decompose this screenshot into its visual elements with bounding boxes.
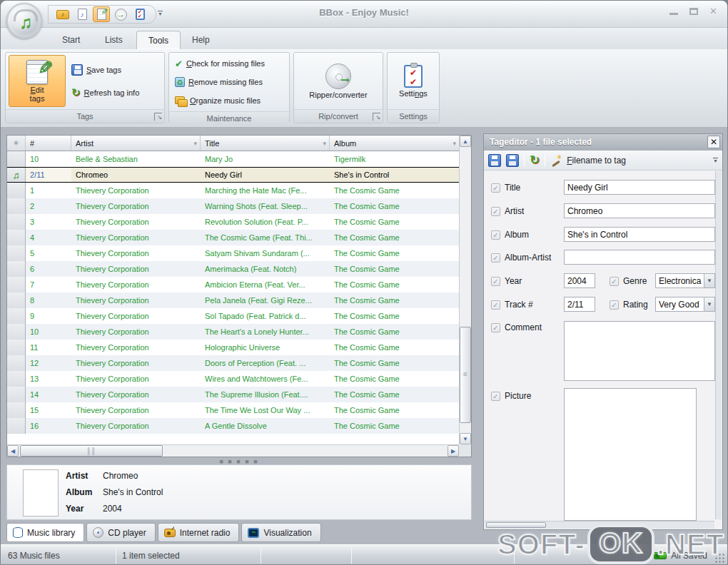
track-checkbox[interactable]: ✓ — [491, 300, 500, 310]
app-menu-button[interactable]: ♫ — [6, 3, 42, 39]
rating-dropdown[interactable]: Very Good▼ — [655, 297, 715, 312]
table-row[interactable]: 9 Thievery Corporation Sol Tapado (Feat.… — [7, 308, 459, 324]
table-row[interactable]: 6 Thievery Corporation Amerimacka (Feat.… — [7, 261, 459, 277]
horizontal-scrollbar[interactable]: ◀ ▶ — [7, 444, 459, 457]
minimize-button[interactable] — [669, 8, 678, 15]
track-input[interactable] — [564, 297, 595, 312]
album-artist-input[interactable] — [564, 250, 715, 265]
scroll-right-icon[interactable]: ▶ — [448, 445, 459, 457]
save-tags-button[interactable]: Save tags — [69, 61, 142, 78]
picture-box[interactable] — [564, 388, 697, 521]
save-all-tags-icon[interactable] — [506, 154, 519, 167]
table-row[interactable]: ♫ 2/11 Chromeo Needy Girl She's in Contr… — [7, 167, 459, 183]
scroll-left-icon[interactable]: ◀ — [7, 445, 19, 457]
add-music-file-button[interactable]: ♪ — [74, 6, 91, 22]
rating-checkbox[interactable]: ✓ — [610, 300, 619, 310]
save-tag-icon[interactable] — [488, 154, 501, 167]
tab-tools[interactable]: Tools — [136, 31, 181, 49]
table-row[interactable]: 8 Thievery Corporation Pela Janela (Feat… — [7, 292, 459, 308]
table-row[interactable]: 10 Belle & Sebastian Mary Jo Tigermilk — [7, 151, 459, 167]
genre-checkbox[interactable]: ✓ — [610, 277, 619, 286]
year-value: 2004 — [103, 504, 122, 514]
scrollbar-thumb[interactable] — [460, 327, 471, 422]
scrollbar-thumb[interactable] — [20, 445, 163, 457]
settings-button[interactable]: ✔✔ Settings — [395, 55, 432, 107]
tab-cd-player[interactable]: CD player — [86, 523, 155, 542]
toolbar-overflow-icon[interactable]: ▼ — [713, 158, 718, 163]
chevron-down-icon[interactable]: ▼ — [704, 297, 714, 311]
table-row[interactable]: 7 Thievery Corporation Ambicion Eterna (… — [7, 277, 459, 292]
column-header-title[interactable]: Title▾ — [201, 136, 330, 151]
dialog-launcher-icon[interactable]: ↘ — [373, 113, 380, 121]
wand-icon[interactable] — [550, 155, 562, 166]
scroll-down-icon[interactable]: ▼ — [460, 433, 471, 444]
artist-input[interactable] — [564, 203, 715, 218]
panel-close-button[interactable]: ✕ — [707, 136, 720, 148]
status-file-count: 63 Music files — [8, 551, 60, 561]
music-note-icon — [7, 198, 26, 214]
artist-checkbox[interactable]: ✓ — [491, 207, 500, 216]
genre-dropdown[interactable]: Electronica▼ — [655, 273, 715, 288]
table-row[interactable]: 14 Thievery Corporation The Supreme Illu… — [7, 387, 459, 402]
table-row[interactable]: 2 Thievery Corporation Warning Shots (Fe… — [7, 198, 459, 214]
export-arrow-icon: → — [115, 9, 127, 21]
picture-checkbox[interactable]: ✓ — [491, 392, 500, 401]
table-row[interactable]: 13 Thievery Corporation Wires and Watcht… — [7, 371, 459, 387]
table-row[interactable]: 10 Thievery Corporation The Heart's a Lo… — [7, 324, 459, 340]
column-dropdown-icon[interactable]: ▾ — [323, 140, 326, 147]
table-row[interactable]: 12 Thievery Corporation Doors of Percept… — [7, 355, 459, 371]
column-header-artist[interactable]: Artist▾ — [71, 136, 201, 151]
column-dropdown-icon[interactable]: ▾ — [453, 140, 456, 147]
table-row[interactable]: 4 Thievery Corporation The Cosmic Game (… — [7, 230, 459, 245]
album-input[interactable] — [564, 227, 715, 242]
qat-customize-dropdown[interactable]: ▼ — [158, 11, 163, 16]
dialog-launcher-icon[interactable]: ↘ — [154, 113, 162, 121]
tab-lists[interactable]: Lists — [93, 31, 134, 49]
chevron-down-icon[interactable]: ▼ — [704, 274, 714, 287]
table-row[interactable]: 11 Thievery Corporation Holographic Univ… — [7, 340, 459, 355]
open-music-folder-button[interactable]: ♪ — [54, 6, 71, 22]
organize-music-files-button[interactable]: Organize music files — [172, 92, 286, 109]
maximize-button[interactable] — [689, 8, 698, 15]
table-row[interactable]: 5 Thievery Corporation Satyam Shivam Sun… — [7, 245, 459, 261]
comment-checkbox[interactable]: ✓ — [491, 323, 500, 332]
music-note-icon — [7, 261, 26, 277]
refresh-tag-info-button[interactable]: ↻ Refresh tag info — [69, 84, 142, 101]
filename-to-tag-button[interactable]: Filename to tag — [567, 156, 626, 166]
table-row[interactable]: 16 Thievery Corporation A Gentle Dissolv… — [7, 418, 459, 434]
export-quick-button[interactable]: → — [112, 6, 129, 22]
table-row[interactable]: 3 Thievery Corporation Revolution Soluti… — [7, 214, 459, 230]
music-note-icon — [7, 230, 26, 245]
table-row[interactable]: 1 Thievery Corporation Marching the Hate… — [7, 183, 459, 198]
vertical-scrollbar[interactable]: ▲ ▼ — [459, 136, 471, 444]
panel-vertical-scrollbar[interactable] — [715, 171, 722, 519]
refresh-icon[interactable]: ↻ — [530, 153, 540, 168]
album-checkbox[interactable]: ✓ — [491, 230, 500, 240]
year-input[interactable] — [564, 273, 595, 288]
tab-visualization[interactable]: ~ Visualization — [241, 523, 320, 542]
tab-internet-radio[interactable]: Internet radio — [158, 523, 240, 542]
tab-help[interactable]: Help — [181, 31, 221, 49]
group-label-tags: Tags ↘ — [6, 109, 164, 123]
row-selector-header[interactable]: ✳ — [7, 136, 26, 151]
tab-start[interactable]: Start — [51, 31, 91, 49]
column-header-number[interactable]: # — [26, 136, 71, 151]
title-checkbox[interactable]: ✓ — [491, 183, 500, 193]
close-button[interactable]: ✕ — [709, 6, 717, 16]
table-row[interactable]: 15 Thievery Corporation The Time We Lost… — [7, 402, 459, 418]
edit-tags-quick-button[interactable]: ✎ — [93, 6, 110, 22]
settings-quick-button[interactable]: ✔✔ — [131, 6, 148, 22]
album-artist-checkbox[interactable]: ✓ — [491, 253, 500, 263]
check-missing-files-button[interactable]: ✔ Check for missing files — [172, 55, 286, 72]
scroll-up-icon[interactable]: ▲ — [460, 136, 471, 147]
tab-music-library[interactable]: Music library — [6, 523, 84, 542]
remove-missing-files-button[interactable]: ♻ Remove missing files — [172, 73, 286, 91]
comment-textarea[interactable] — [564, 321, 715, 381]
title-input[interactable] — [564, 180, 715, 195]
column-dropdown-icon[interactable]: ▾ — [193, 140, 197, 147]
year-checkbox[interactable]: ✓ — [491, 277, 500, 286]
edit-tags-button[interactable]: ✎ Edittags — [9, 55, 66, 107]
splitter-handle[interactable]: ■ ■ ■ ■ ■ — [6, 459, 472, 464]
column-header-album[interactable]: Album▾ — [330, 136, 459, 151]
ripper-converter-button[interactable]: → Ripper/converter — [305, 55, 371, 107]
